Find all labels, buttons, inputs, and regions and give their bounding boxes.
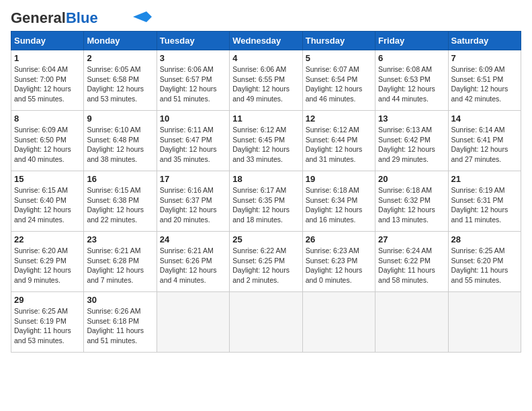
day-info: Sunrise: 6:10 AMSunset: 6:48 PMDaylight:… — [87, 125, 153, 165]
calendar: SundayMondayTuesdayWednesdayThursdayFrid… — [11, 31, 521, 353]
day-info: Sunrise: 6:16 AMSunset: 6:37 PMDaylight:… — [160, 185, 226, 225]
calendar-cell: 17Sunrise: 6:16 AMSunset: 6:37 PMDayligh… — [157, 171, 229, 232]
day-info: Sunrise: 6:05 AMSunset: 6:58 PMDaylight:… — [87, 64, 153, 104]
day-info: Sunrise: 6:22 AMSunset: 6:25 PMDaylight:… — [232, 246, 299, 285]
day-number: 9 — [87, 113, 153, 124]
calendar-cell — [375, 292, 448, 353]
calendar-cell — [157, 292, 229, 353]
calendar-cell: 27Sunrise: 6:24 AMSunset: 6:22 PMDayligh… — [375, 232, 448, 292]
day-number: 21 — [451, 174, 518, 184]
day-number: 24 — [160, 234, 226, 244]
day-info: Sunrise: 6:11 AMSunset: 6:47 PMDaylight:… — [160, 125, 226, 165]
calendar-cell: 24Sunrise: 6:21 AMSunset: 6:26 PMDayligh… — [157, 232, 229, 292]
day-header-tuesday: Tuesday — [157, 32, 229, 50]
day-number: 27 — [378, 234, 445, 244]
logo-general: General — [11, 9, 66, 26]
logo-arrow-icon — [133, 11, 152, 22]
day-number: 18 — [232, 174, 299, 184]
day-info: Sunrise: 6:12 AMSunset: 6:45 PMDaylight:… — [232, 125, 299, 165]
calendar-cell: 26Sunrise: 6:23 AMSunset: 6:23 PMDayligh… — [302, 232, 375, 292]
week-row-5: 29Sunrise: 6:25 AMSunset: 6:19 PMDayligh… — [11, 292, 521, 353]
calendar-cell: 19Sunrise: 6:18 AMSunset: 6:34 PMDayligh… — [302, 171, 375, 232]
day-info: Sunrise: 6:12 AMSunset: 6:44 PMDaylight:… — [306, 125, 372, 165]
calendar-cell: 22Sunrise: 6:20 AMSunset: 6:29 PMDayligh… — [11, 232, 84, 292]
day-info: Sunrise: 6:21 AMSunset: 6:26 PMDaylight:… — [160, 246, 226, 285]
day-info: Sunrise: 6:18 AMSunset: 6:34 PMDaylight:… — [306, 185, 372, 225]
day-number: 10 — [160, 113, 226, 124]
day-number: 6 — [378, 53, 445, 63]
calendar-cell: 16Sunrise: 6:15 AMSunset: 6:38 PMDayligh… — [84, 171, 157, 232]
calendar-cell: 4Sunrise: 6:06 AMSunset: 6:55 PMDaylight… — [230, 50, 302, 111]
calendar-cell: 5Sunrise: 6:07 AMSunset: 6:54 PMDaylight… — [302, 50, 375, 111]
day-info: Sunrise: 6:06 AMSunset: 6:57 PMDaylight:… — [160, 64, 226, 104]
calendar-cell: 3Sunrise: 6:06 AMSunset: 6:57 PMDaylight… — [157, 50, 229, 111]
calendar-cell: 9Sunrise: 6:10 AMSunset: 6:48 PMDaylight… — [84, 111, 157, 171]
day-number: 15 — [14, 174, 81, 184]
calendar-cell: 20Sunrise: 6:18 AMSunset: 6:32 PMDayligh… — [375, 171, 448, 232]
day-info: Sunrise: 6:23 AMSunset: 6:23 PMDaylight:… — [306, 246, 372, 285]
day-info: Sunrise: 6:09 AMSunset: 6:50 PMDaylight:… — [14, 125, 81, 165]
day-number: 19 — [306, 174, 372, 184]
day-number: 13 — [378, 113, 445, 124]
calendar-cell: 10Sunrise: 6:11 AMSunset: 6:47 PMDayligh… — [157, 111, 229, 171]
day-info: Sunrise: 6:17 AMSunset: 6:35 PMDaylight:… — [232, 185, 299, 225]
calendar-cell: 7Sunrise: 6:09 AMSunset: 6:51 PMDaylight… — [448, 50, 521, 111]
calendar-cell: 2Sunrise: 6:05 AMSunset: 6:58 PMDaylight… — [84, 50, 157, 111]
calendar-cell: 6Sunrise: 6:08 AMSunset: 6:53 PMDaylight… — [375, 50, 448, 111]
day-number: 2 — [87, 53, 153, 63]
calendar-cell: 28Sunrise: 6:25 AMSunset: 6:20 PMDayligh… — [448, 232, 521, 292]
day-info: Sunrise: 6:15 AMSunset: 6:40 PMDaylight:… — [14, 185, 81, 225]
calendar-cell: 1Sunrise: 6:04 AMSunset: 7:00 PMDaylight… — [11, 50, 84, 111]
day-number: 5 — [306, 53, 372, 63]
day-number: 17 — [160, 174, 226, 184]
day-info: Sunrise: 6:20 AMSunset: 6:29 PMDaylight:… — [14, 246, 81, 285]
day-number: 26 — [306, 234, 372, 244]
day-header-monday: Monday — [84, 32, 157, 50]
week-row-1: 1Sunrise: 6:04 AMSunset: 7:00 PMDaylight… — [11, 50, 521, 111]
day-number: 20 — [378, 174, 445, 184]
calendar-cell: 15Sunrise: 6:15 AMSunset: 6:40 PMDayligh… — [11, 171, 84, 232]
calendar-cell: 18Sunrise: 6:17 AMSunset: 6:35 PMDayligh… — [230, 171, 302, 232]
logo-text: GeneralBlue — [11, 11, 98, 26]
week-row-4: 22Sunrise: 6:20 AMSunset: 6:29 PMDayligh… — [11, 232, 521, 292]
calendar-cell: 25Sunrise: 6:22 AMSunset: 6:25 PMDayligh… — [230, 232, 302, 292]
header: GeneralBlue — [11, 11, 521, 26]
day-info: Sunrise: 6:21 AMSunset: 6:28 PMDaylight:… — [87, 246, 153, 285]
day-info: Sunrise: 6:09 AMSunset: 6:51 PMDaylight:… — [451, 64, 518, 104]
calendar-cell: 8Sunrise: 6:09 AMSunset: 6:50 PMDaylight… — [11, 111, 84, 171]
calendar-cell: 30Sunrise: 6:26 AMSunset: 6:18 PMDayligh… — [84, 292, 157, 353]
day-info: Sunrise: 6:26 AMSunset: 6:18 PMDaylight:… — [87, 306, 153, 346]
calendar-cell: 21Sunrise: 6:19 AMSunset: 6:31 PMDayligh… — [448, 171, 521, 232]
day-number: 4 — [232, 53, 299, 63]
day-info: Sunrise: 6:04 AMSunset: 7:00 PMDaylight:… — [14, 64, 81, 104]
day-info: Sunrise: 6:15 AMSunset: 6:38 PMDaylight:… — [87, 185, 153, 225]
logo-blue: Blue — [66, 9, 98, 26]
calendar-cell — [302, 292, 375, 353]
day-number: 25 — [232, 234, 299, 244]
svg-marker-0 — [133, 11, 152, 22]
day-number: 22 — [14, 234, 81, 244]
day-info: Sunrise: 6:07 AMSunset: 6:54 PMDaylight:… — [306, 64, 372, 104]
calendar-cell — [448, 292, 521, 353]
day-number: 30 — [87, 295, 153, 305]
day-header-thursday: Thursday — [302, 32, 375, 50]
day-number: 14 — [451, 113, 518, 124]
day-number: 29 — [14, 295, 81, 305]
day-info: Sunrise: 6:06 AMSunset: 6:55 PMDaylight:… — [232, 64, 299, 104]
day-header-sunday: Sunday — [11, 32, 84, 50]
header-row: SundayMondayTuesdayWednesdayThursdayFrid… — [11, 32, 521, 50]
day-info: Sunrise: 6:24 AMSunset: 6:22 PMDaylight:… — [378, 246, 445, 285]
week-row-2: 8Sunrise: 6:09 AMSunset: 6:50 PMDaylight… — [11, 111, 521, 171]
logo: GeneralBlue — [11, 11, 152, 26]
day-info: Sunrise: 6:13 AMSunset: 6:42 PMDaylight:… — [378, 125, 445, 165]
calendar-cell: 14Sunrise: 6:14 AMSunset: 6:41 PMDayligh… — [448, 111, 521, 171]
calendar-cell — [230, 292, 302, 353]
day-info: Sunrise: 6:25 AMSunset: 6:20 PMDaylight:… — [451, 246, 518, 285]
week-row-3: 15Sunrise: 6:15 AMSunset: 6:40 PMDayligh… — [11, 171, 521, 232]
day-number: 7 — [451, 53, 518, 63]
day-info: Sunrise: 6:14 AMSunset: 6:41 PMDaylight:… — [451, 125, 518, 165]
calendar-cell: 29Sunrise: 6:25 AMSunset: 6:19 PMDayligh… — [11, 292, 84, 353]
day-info: Sunrise: 6:25 AMSunset: 6:19 PMDaylight:… — [14, 306, 81, 346]
day-number: 11 — [232, 113, 299, 124]
day-number: 28 — [451, 234, 518, 244]
